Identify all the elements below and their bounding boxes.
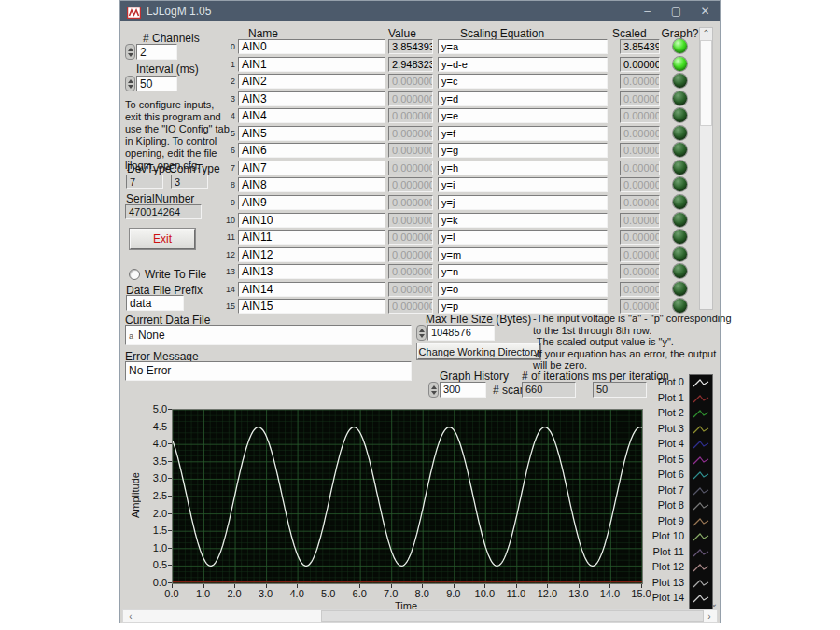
scaling-equation-input[interactable]: y=h	[438, 161, 608, 175]
channel-value-field: 0.000000	[388, 143, 433, 158]
channel-name-input[interactable]: AIN11	[238, 230, 385, 245]
scaling-equation-input[interactable]: y=o	[438, 282, 608, 297]
table-scrollbar-thumb[interactable]	[700, 40, 712, 126]
legend-line-sample-icon[interactable]	[692, 577, 710, 594]
table-row: 5AIN50.000000y=f0.000000	[225, 125, 696, 142]
waveform-chart[interactable]	[172, 409, 643, 584]
graph-led-indicator[interactable]	[673, 143, 687, 157]
graph-led-indicator[interactable]	[673, 126, 687, 140]
channel-name-input[interactable]: AIN4	[238, 108, 385, 123]
legend-line-sample-icon[interactable]	[692, 376, 710, 393]
scaling-equation-input[interactable]: y=i	[438, 177, 608, 192]
minimize-button[interactable]: –	[633, 1, 662, 21]
scroll-up-icon[interactable]: ⌃	[700, 28, 712, 39]
legend-item-label: Plot 8	[641, 499, 684, 511]
scaling-equation-input[interactable]: y=c	[438, 74, 608, 89]
scaling-equation-input[interactable]: y=m	[438, 247, 608, 262]
table-row: 1AIN12.948323y=d-e0.000000	[225, 56, 696, 73]
legend-line-sample-icon[interactable]	[692, 484, 710, 501]
scroll-left-icon[interactable]: ‹	[125, 611, 136, 623]
scaling-equation-input[interactable]: y=f	[438, 126, 608, 141]
graph-led-indicator[interactable]	[673, 282, 687, 296]
graph-led-indicator[interactable]	[673, 161, 687, 175]
legend-line-sample-icon[interactable]	[692, 515, 710, 532]
scaling-equation-input[interactable]: y=k	[438, 213, 608, 228]
scaling-equation-input[interactable]: y=g	[438, 143, 608, 158]
scaling-equation-input[interactable]: y=p	[438, 299, 608, 314]
graph-led-indicator[interactable]	[673, 108, 687, 122]
scaling-equation-input[interactable]: y=n	[438, 264, 608, 279]
scaling-equation-input[interactable]: y=d	[438, 91, 608, 106]
channel-name-input[interactable]: AIN10	[238, 213, 385, 228]
graph-history-stepper[interactable]	[428, 382, 439, 398]
graph-led-indicator[interactable]	[673, 213, 687, 227]
channel-name-input[interactable]: AIN3	[238, 91, 385, 106]
table-scrollbar[interactable]: ⌃	[699, 27, 713, 310]
graph-led-indicator[interactable]	[673, 57, 687, 71]
channel-name-input[interactable]: AIN5	[238, 126, 385, 141]
interval-input[interactable]: 50	[136, 76, 177, 91]
legend-line-sample-icon[interactable]	[692, 407, 710, 424]
channel-name-input[interactable]: AIN12	[238, 247, 385, 262]
scaling-equation-input[interactable]: y=l	[438, 230, 608, 245]
close-button[interactable]: ✕	[691, 1, 720, 21]
legend-line-sample-icon[interactable]	[692, 499, 710, 516]
graph-history-input[interactable]: 300	[440, 382, 486, 398]
scaling-equation-input[interactable]: y=e	[438, 108, 608, 123]
legend-line-sample-icon[interactable]	[692, 423, 710, 440]
change-working-directory-button[interactable]: Change Working Directory	[417, 343, 540, 359]
channel-name-input[interactable]: AIN0	[238, 39, 385, 54]
channels-stepper[interactable]	[125, 44, 135, 60]
data-file-prefix-input[interactable]: data	[126, 295, 184, 311]
y-tick-label: 5.0	[141, 403, 167, 414]
scaled-value-field: 0.000000	[620, 213, 660, 228]
legend-line-sample-icon[interactable]	[692, 469, 710, 485]
ms-per-iteration-field: 50	[593, 382, 647, 398]
channel-name-input[interactable]: AIN7	[238, 161, 385, 175]
scroll-down-icon[interactable]: ⌄	[708, 598, 720, 609]
window-hscrollbar-thumb[interactable]	[321, 610, 704, 622]
graph-led-indicator[interactable]	[673, 91, 687, 105]
channel-name-input[interactable]: AIN1	[238, 57, 385, 72]
legend-line-sample-icon[interactable]	[692, 530, 710, 547]
legend-line-sample-icon[interactable]	[692, 454, 710, 470]
max-file-size-stepper[interactable]	[416, 325, 427, 341]
graph-led-indicator[interactable]	[673, 195, 687, 209]
channel-name-input[interactable]: AIN14	[238, 282, 385, 297]
scroll-right-icon[interactable]: ›	[704, 611, 715, 623]
scaling-equation-input[interactable]: y=d-e	[438, 57, 608, 72]
x-tick-label: 7.0	[376, 588, 406, 599]
legend-line-sample-icon[interactable]	[692, 592, 710, 609]
write-to-file-radio[interactable]	[129, 269, 140, 280]
channel-name-input[interactable]: AIN8	[238, 177, 385, 192]
channel-name-input[interactable]: AIN13	[238, 264, 385, 279]
graph-led-indicator[interactable]	[673, 230, 687, 244]
scaling-equation-input[interactable]: y=a	[438, 39, 608, 54]
titlebar[interactable]: LJLogM 1.05 –▢✕	[120, 1, 720, 21]
channel-name-input[interactable]: AIN6	[238, 143, 385, 158]
legend-line-sample-icon[interactable]	[692, 392, 710, 409]
channels-input[interactable]: 2	[136, 44, 177, 60]
graph-led-indicator[interactable]	[673, 74, 687, 88]
x-tick-label: 15.0	[626, 588, 656, 599]
channel-name-input[interactable]: AIN2	[238, 74, 385, 89]
channel-name-input[interactable]: AIN15	[238, 299, 385, 314]
window-hscrollbar[interactable]: ‹ ›	[122, 609, 718, 623]
row-index: 13	[225, 267, 235, 276]
exit-button[interactable]: Exit	[130, 229, 195, 249]
legend-line-sample-icon[interactable]	[692, 546, 710, 563]
channel-name-input[interactable]: AIN9	[238, 195, 385, 210]
graph-led-indicator[interactable]	[673, 39, 687, 53]
max-file-size-input[interactable]: 1048576	[427, 325, 495, 341]
scaling-equation-input[interactable]: y=j	[438, 195, 608, 210]
legend-line-sample-icon[interactable]	[692, 438, 710, 455]
legend-line-sample-icon[interactable]	[692, 561, 710, 578]
graph-led-indicator[interactable]	[673, 177, 687, 191]
y-tick-label: 4.0	[141, 438, 167, 449]
row-index: 12	[225, 250, 235, 259]
interval-stepper[interactable]	[125, 76, 135, 91]
maximize-button[interactable]: ▢	[662, 1, 691, 21]
graph-led-indicator[interactable]	[673, 247, 687, 261]
graph-led-indicator[interactable]	[673, 299, 687, 313]
graph-led-indicator[interactable]	[673, 264, 687, 278]
